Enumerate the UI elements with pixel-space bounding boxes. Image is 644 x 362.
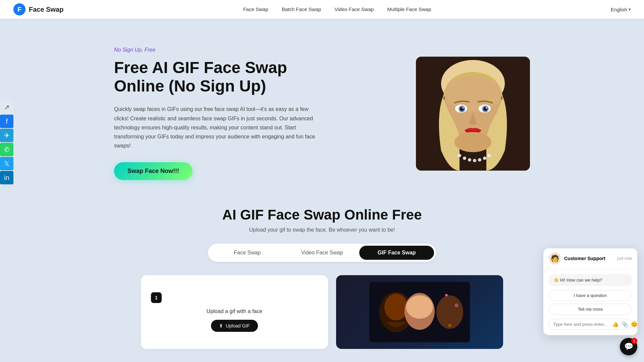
chat-input-row: 👍 📎 😊 xyxy=(549,319,632,330)
svg-point-16 xyxy=(473,159,476,162)
whatsapp-icon-button[interactable]: ✆ xyxy=(0,143,13,156)
logo-icon: F xyxy=(13,3,25,15)
upload-card: 1 Upload a gif with a face ⬆ Upload GIF xyxy=(141,275,328,349)
nav-links: Face Swap Batch Face Swap Video Face Swa… xyxy=(243,6,431,12)
hero-section: No Sign Up, Free Free AI GIF Face Swap O… xyxy=(87,27,557,193)
facebook-icon-button[interactable]: f xyxy=(0,115,13,128)
svg-point-19 xyxy=(487,154,491,157)
hero-image-placeholder xyxy=(416,57,530,171)
twitter-icon-button[interactable]: 𝕏 xyxy=(0,157,13,170)
chat-agent: 🧑 Customer Support xyxy=(549,252,605,264)
svg-point-10 xyxy=(462,107,464,109)
upload-label: Upload a gif with a face xyxy=(207,308,262,314)
agent-avatar: 🧑 xyxy=(549,252,561,264)
svg-point-24 xyxy=(406,295,433,319)
chat-float-button[interactable]: 💬 1 xyxy=(620,338,637,355)
hero-image xyxy=(416,57,530,171)
hero-description: Quickly swap faces in GIFs using our fre… xyxy=(114,105,315,150)
svg-point-11 xyxy=(486,107,487,109)
svg-point-28 xyxy=(436,295,463,329)
navbar: F Face Swap Face Swap Batch Face Swap Vi… xyxy=(0,0,644,19)
quick-reply-more[interactable]: Tell me more xyxy=(549,304,632,315)
nav-video-face-swap[interactable]: Video Face Swap xyxy=(334,6,374,12)
chat-widget: 🧑 Customer Support just now 👋 Hi! How ca… xyxy=(543,248,637,335)
chat-float-icon: 💬 xyxy=(624,342,633,351)
svg-point-18 xyxy=(483,157,486,160)
tab-video-face-swap[interactable]: Video Face Swap xyxy=(285,246,360,260)
attachment-icon[interactable]: 📎 xyxy=(622,321,628,327)
linkedin-icon-button[interactable]: in xyxy=(0,171,13,184)
emoji-icon[interactable]: 😊 xyxy=(631,321,637,327)
thumbs-up-icon[interactable]: 👍 xyxy=(612,321,619,327)
social-sidebar: ↗ f ✈ ✆ 𝕏 in xyxy=(0,101,13,184)
language-label: English xyxy=(611,7,627,12)
upload-gif-button[interactable]: ⬆ Upload GIF xyxy=(211,320,258,332)
hero-text: No Sign Up, Free Free AI GIF Face Swap O… xyxy=(114,47,315,180)
main-content: No Sign Up, Free Free AI GIF Face Swap O… xyxy=(87,0,557,359)
hero-badge: No Sign Up, Free xyxy=(114,47,315,53)
preview-card xyxy=(336,275,503,349)
svg-point-15 xyxy=(468,158,471,162)
svg-point-13 xyxy=(458,154,461,157)
swap-face-now-button[interactable]: Swap Face Now!!! xyxy=(114,162,193,180)
hero-title: Free AI GIF Face Swap Online (No Sign Up… xyxy=(114,58,315,95)
share-icon-button[interactable]: ↗ xyxy=(0,101,13,114)
chat-quick-replies: I have a question Tell me more xyxy=(549,290,632,315)
chevron-down-icon: ▾ xyxy=(629,7,631,12)
section-subtitle: Upload your gif to swap the face. Be who… xyxy=(114,227,530,233)
logo[interactable]: F Face Swap xyxy=(13,3,63,15)
nav-multiple-face-swap[interactable]: Multiple Face Swap xyxy=(387,6,431,12)
tab-gif-face-swap[interactable]: GIF Face Swap xyxy=(359,246,434,260)
agent-name: Customer Support xyxy=(564,256,605,261)
chat-badge: 1 xyxy=(631,338,637,344)
nav-face-swap[interactable]: Face Swap xyxy=(243,6,268,12)
chat-message: 👋 Hi! How can we help? xyxy=(549,274,632,286)
nav-batch-face-swap[interactable]: Batch Face Swap xyxy=(282,6,321,12)
svg-point-12 xyxy=(454,132,491,152)
preview-area xyxy=(336,275,503,349)
section-title: AI GIF Face Swap Online Free xyxy=(114,207,530,223)
chat-input[interactable] xyxy=(553,322,609,327)
agent-info: Customer Support xyxy=(564,256,605,261)
quick-reply-question[interactable]: I have a question xyxy=(549,290,632,301)
tabs-container: Face Swap Video Face Swap GIF Face Swap xyxy=(208,244,436,262)
svg-point-3 xyxy=(444,75,501,112)
chat-timestamp: just now xyxy=(617,256,632,261)
svg-point-22 xyxy=(384,294,408,320)
chat-body: 👋 Hi! How can we help? I have a question… xyxy=(543,269,637,335)
svg-point-17 xyxy=(478,158,481,162)
upload-section: 1 Upload a gif with a face ⬆ Upload GIF xyxy=(114,275,530,349)
step-badge: 1 xyxy=(151,292,162,303)
logo-text: Face Swap xyxy=(29,6,63,13)
language-selector[interactable]: English ▾ xyxy=(611,7,631,12)
chat-action-icons: 👍 📎 😊 xyxy=(612,321,637,327)
tab-face-swap[interactable]: Face Swap xyxy=(210,246,285,260)
upload-icon: ⬆ xyxy=(219,323,223,328)
svg-point-14 xyxy=(463,157,466,160)
gif-swap-section: AI GIF Face Swap Online Free Upload your… xyxy=(87,193,557,359)
chat-header: 🧑 Customer Support just now xyxy=(543,248,637,269)
telegram-icon-button[interactable]: ✈ xyxy=(0,129,13,142)
